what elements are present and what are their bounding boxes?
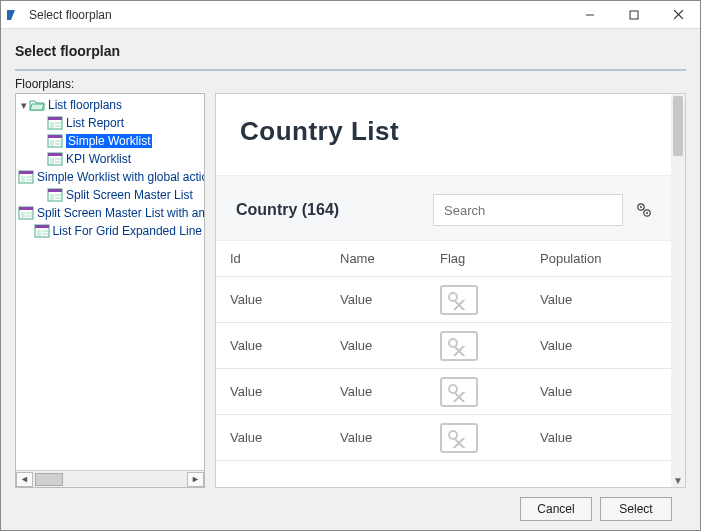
close-button[interactable] [656, 1, 700, 29]
search-field[interactable] [433, 194, 623, 226]
tree-item-label: Simple Worklist [66, 134, 152, 148]
cell-name: Value [326, 292, 426, 307]
tree-item[interactable]: List For Grid Expanded Line [18, 222, 202, 240]
tree-item[interactable]: Simple Worklist [18, 132, 202, 150]
cell-name: Value [326, 430, 426, 445]
col-header-name: Name [326, 251, 426, 266]
button-bar: Cancel Select [15, 488, 686, 530]
search-input[interactable] [442, 202, 614, 219]
svg-rect-28 [55, 194, 61, 196]
table-row[interactable]: ValueValueValue [216, 277, 671, 323]
svg-rect-36 [35, 225, 49, 228]
cancel-button[interactable]: Cancel [520, 497, 592, 521]
cell-flag [426, 331, 526, 361]
divider [15, 69, 686, 71]
report-icon [34, 224, 50, 238]
image-placeholder-icon [440, 331, 478, 361]
tree-item[interactable]: List Report [18, 114, 202, 132]
svg-rect-29 [55, 197, 61, 199]
settings-button[interactable] [633, 202, 655, 218]
image-placeholder-icon [440, 423, 478, 453]
tree-item[interactable]: Split Screen Master List with amou [18, 204, 202, 222]
svg-rect-39 [42, 233, 48, 235]
minimize-button[interactable] [568, 1, 612, 29]
svg-rect-11 [48, 135, 62, 138]
cell-population: Value [526, 338, 636, 353]
cell-population: Value [526, 430, 636, 445]
cell-flag [426, 285, 526, 315]
folder-open-icon [29, 98, 45, 112]
table-row[interactable]: ValueValueValue [216, 415, 671, 461]
tree-body[interactable]: ▾ List floorplans List ReportSimple Work… [16, 94, 204, 470]
table-row[interactable]: ValueValueValue [216, 323, 671, 369]
svg-rect-37 [37, 230, 41, 236]
scroll-track[interactable] [33, 472, 187, 487]
report-icon [47, 116, 63, 130]
cell-flag [426, 377, 526, 407]
cell-flag [426, 423, 526, 453]
report-icon [47, 152, 63, 166]
scroll-left-button[interactable]: ◄ [16, 472, 33, 487]
vscroll-thumb[interactable] [673, 96, 683, 156]
tree-item[interactable]: KPI Worklist [18, 150, 202, 168]
svg-rect-27 [50, 194, 54, 200]
tree-item-label: KPI Worklist [66, 152, 131, 166]
scroll-right-button[interactable]: ► [187, 472, 204, 487]
svg-point-45 [646, 212, 648, 214]
tree-item-label: List Report [66, 116, 124, 130]
svg-point-44 [640, 206, 642, 208]
cell-name: Value [326, 384, 426, 399]
tree-item-label: Split Screen Master List [66, 188, 193, 202]
table-row[interactable]: ValueValueValue [216, 369, 671, 415]
tree-item-label: Split Screen Master List with amou [37, 206, 204, 220]
col-header-population: Population [526, 251, 636, 266]
svg-marker-0 [7, 10, 15, 20]
maximize-button[interactable] [612, 1, 656, 29]
svg-rect-32 [21, 212, 25, 218]
svg-rect-12 [50, 140, 54, 146]
col-header-id: Id [216, 251, 326, 266]
titlebar: Select floorplan [1, 1, 700, 29]
svg-rect-26 [48, 189, 62, 192]
dialog-heading: Select floorplan [15, 39, 686, 69]
gear-icon [636, 202, 652, 218]
preview-subtitle: Country (164) [236, 201, 339, 219]
image-placeholder-icon [440, 377, 478, 407]
col-header-flag: Flag [426, 251, 526, 266]
floorplan-tree: ▾ List floorplans List ReportSimple Work… [15, 93, 205, 488]
tree-root[interactable]: ▾ List floorplans [18, 96, 202, 114]
svg-rect-7 [50, 122, 54, 128]
svg-rect-38 [42, 230, 48, 232]
collapse-icon[interactable]: ▾ [18, 99, 29, 112]
cell-population: Value [526, 292, 636, 307]
svg-rect-22 [21, 176, 25, 182]
svg-rect-34 [26, 215, 32, 217]
preview-vscrollbar[interactable]: ▼ [671, 94, 685, 487]
svg-rect-17 [50, 158, 54, 164]
cell-id: Value [216, 338, 326, 353]
svg-rect-8 [55, 122, 61, 124]
svg-rect-2 [630, 11, 638, 19]
tree-item[interactable]: Split Screen Master List [18, 186, 202, 204]
svg-rect-31 [19, 207, 33, 210]
svg-rect-18 [55, 158, 61, 160]
svg-rect-33 [26, 212, 32, 214]
select-button[interactable]: Select [600, 497, 672, 521]
table-header-row: Id Name Flag Population [216, 241, 671, 277]
tree-item-label: Simple Worklist with global action [37, 170, 204, 184]
scroll-thumb[interactable] [35, 473, 63, 486]
scroll-down-button[interactable]: ▼ [671, 473, 685, 487]
svg-rect-13 [55, 140, 61, 142]
tree-item[interactable]: Simple Worklist with global action [18, 168, 202, 186]
image-placeholder-icon [440, 285, 478, 315]
svg-rect-9 [55, 125, 61, 127]
svg-rect-16 [48, 153, 62, 156]
cell-name: Value [326, 338, 426, 353]
svg-rect-21 [19, 171, 33, 174]
tree-hscrollbar[interactable]: ◄ ► [16, 470, 204, 487]
svg-rect-24 [26, 179, 32, 181]
svg-rect-14 [55, 143, 61, 145]
tree-item-label: List For Grid Expanded Line [53, 224, 202, 238]
preview-table: Id Name Flag Population ValueValueValueV… [216, 241, 671, 487]
report-icon [18, 206, 34, 220]
